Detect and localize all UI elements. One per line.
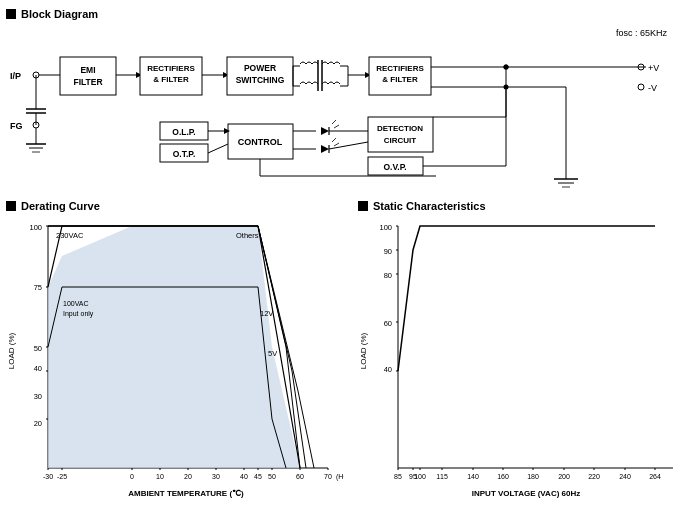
derating-header: Derating Curve [6,200,346,212]
power-text2: SWITCHING [236,75,285,85]
diode1 [321,127,329,135]
static-y-label: LOAD (%) [359,332,368,369]
static-x-264: 264 [649,473,661,480]
annot-12v: 12V [260,309,273,318]
x-tick--30: -30 [43,473,53,480]
annot-others: Others [236,231,259,240]
rect1-text2: & FILTER [153,75,189,84]
static-x-220: 220 [588,473,600,480]
rect1-text1: RECTIFIERS [147,64,195,73]
y-tick-50: 50 [34,344,42,353]
static-title: Static Characteristics [373,200,486,212]
derating-svg: 100 75 50 40 30 20 -30 -25 0 10 20 30 40… [6,216,344,511]
derating-icon [6,201,16,211]
detection-text2: CIRCUIT [384,136,417,145]
led2-ray1 [332,138,336,142]
x-tick-70: 70 [324,473,332,480]
x-tick-40: 40 [240,473,248,480]
transformer-right [322,62,340,64]
static-x-label: INPUT VOLTAGE (VAC) 60Hz [472,489,580,498]
fosc-label: fosc : 65KHz [616,28,668,38]
static-x-160: 160 [497,473,509,480]
rect2-text2: & FILTER [382,75,418,84]
transformer-right-bot [322,82,340,84]
otp-ctrl-line [208,144,228,153]
detection-text1: DETECTION [377,124,423,133]
transformer-left [300,62,318,64]
static-y-100: 100 [379,223,392,232]
emi-text1: EMI [80,65,95,75]
static-svg: 100 90 80 60 40 85 95 100 115 140 160 18… [358,216,688,511]
led2-ray2 [334,143,339,146]
power-text1: POWER [244,63,276,73]
vminus-label: -V [648,83,657,93]
static-y-80: 80 [384,271,392,280]
static-characteristics-section: Static Characteristics 100 90 80 60 40 8… [358,200,694,505]
x-tick-50: 50 [268,473,276,480]
block-diagram-icon [6,9,16,19]
ovp-text: O.V.P. [383,162,406,172]
led1-ray2 [334,125,339,128]
block-diagram-section: Block Diagram fosc : 65KHz I/P EMI FILTE… [6,8,694,193]
transformer-left-bot [300,82,318,84]
ip-label: I/P [10,71,21,81]
static-y-40: 40 [384,365,392,374]
static-icon [358,201,368,211]
diode2 [321,145,329,153]
otp-text: O.T.P. [173,149,196,159]
static-x-115: 115 [436,473,448,480]
y-tick-100: 100 [29,223,42,232]
static-header: Static Characteristics [358,200,694,212]
x-tick-horiz: (HORIZONTAL) [336,473,344,481]
fg-label: FG [10,121,23,131]
static-x-85: 85 [394,473,402,480]
x-tick-30: 30 [212,473,220,480]
y-tick-75: 75 [34,283,42,292]
static-y-90: 90 [384,247,392,256]
static-x-140: 140 [467,473,479,480]
x-tick-0: 0 [130,473,134,480]
annot-5v: 5V [268,349,277,358]
block-diagram-svg: fosc : 65KHz I/P EMI FILTER RECTIFIERS &… [6,24,694,192]
detection-box [368,117,433,152]
annot-100vac-line2: Input only [63,310,94,318]
y-tick-20: 20 [34,419,42,428]
derating-shaded-area [48,226,300,468]
static-x-100: 100 [414,473,426,480]
static-x-180: 180 [527,473,539,480]
block-diagram-header: Block Diagram [6,8,694,20]
derating-x-label: AMBIENT TEMPERATURE (℃) [128,489,244,498]
y-tick-40: 40 [34,364,42,373]
block-diagram-title: Block Diagram [21,8,98,20]
y-tick-30: 30 [34,392,42,401]
x-tick--25: -25 [57,473,67,480]
derating-y-label: LOAD (%) [7,332,16,369]
olp-text: O.L.P. [172,127,195,137]
x-tick-60: 60 [296,473,304,480]
x-tick-45: 45 [254,473,262,480]
control-text: CONTROL [238,137,283,147]
static-x-240: 240 [619,473,631,480]
led1-ray1 [332,120,336,124]
emi-box [60,57,116,95]
x-tick-10: 10 [156,473,164,480]
vminus-circle [638,84,644,90]
annot-100vac-line1: 100VAC [63,300,89,307]
annot-230vac: 230VAC [56,231,84,240]
vplus-label: +V [648,63,659,73]
static-y-60: 60 [384,319,392,328]
derating-curve-section: Derating Curve 100 75 50 40 30 20 -30 -2… [6,200,346,505]
rect2-text1: RECTIFIERS [376,64,424,73]
static-x-200: 200 [558,473,570,480]
x-tick-20: 20 [184,473,192,480]
emi-text2: FILTER [73,77,102,87]
derating-title: Derating Curve [21,200,100,212]
static-curve [398,226,655,371]
